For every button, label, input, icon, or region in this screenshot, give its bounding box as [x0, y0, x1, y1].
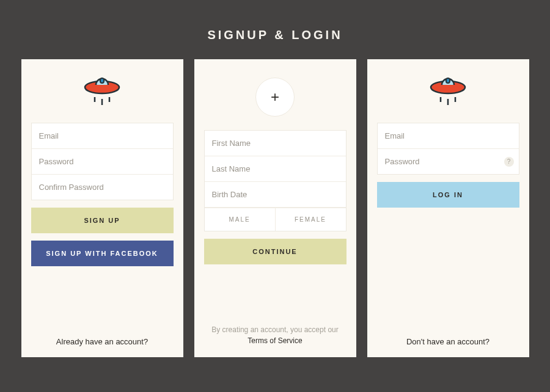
tos-text: By creating an account, you accept our — [211, 325, 338, 334]
tos-note: By creating an account, you accept our T… — [204, 324, 346, 346]
last-name-input[interactable] — [205, 156, 346, 182]
password-input[interactable] — [32, 149, 173, 175]
signup-facebook-button[interactable]: SIGN UP WITH FACEBOOK — [31, 241, 174, 266]
gender-female-button[interactable]: FEMALE — [276, 208, 346, 231]
first-name-input[interactable] — [205, 131, 346, 156]
profile-panel: + MALE FEMALE CONTINUE By creating an ac… — [194, 59, 356, 357]
confirm-password-input[interactable] — [32, 175, 173, 200]
email-input[interactable] — [32, 123, 173, 149]
add-avatar-button[interactable]: + — [255, 78, 295, 117]
login-email-input[interactable] — [378, 123, 519, 149]
login-button[interactable]: LOG IN — [377, 182, 519, 208]
password-help-icon[interactable]: ? — [504, 157, 514, 167]
birth-date-input[interactable] — [205, 182, 346, 208]
ufo-logo-icon — [31, 73, 174, 107]
already-account-link[interactable]: Already have an account? — [31, 331, 174, 346]
login-panel: ? LOG IN Don't have an account? — [367, 59, 529, 357]
ufo-logo-icon — [377, 73, 519, 107]
continue-button[interactable]: CONTINUE — [204, 239, 346, 264]
no-account-link[interactable]: Don't have an account? — [377, 331, 519, 346]
gender-male-button[interactable]: MALE — [205, 208, 276, 231]
plus-icon: + — [271, 89, 279, 106]
svg-rect-1 — [100, 78, 104, 83]
svg-rect-6 — [446, 78, 450, 83]
tos-link[interactable]: Terms of Service — [204, 335, 346, 346]
page-title: SIGNUP & LOGIN — [0, 0, 550, 59]
signup-button[interactable]: SIGN UP — [31, 208, 174, 233]
login-password-input[interactable] — [378, 149, 519, 174]
signup-panel: SIGN UP SIGN UP WITH FACEBOOK Already ha… — [21, 59, 183, 357]
